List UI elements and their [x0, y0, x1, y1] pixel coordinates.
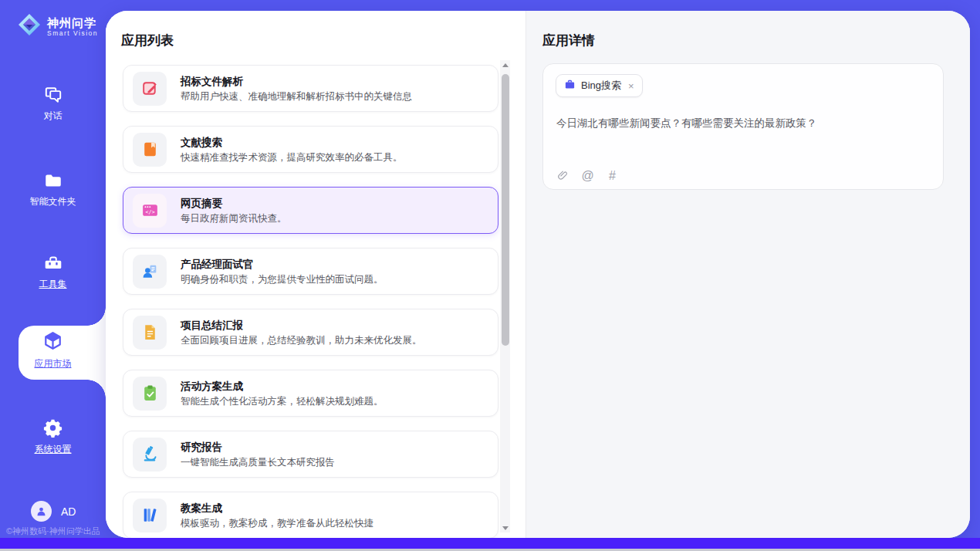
app-card-title: 网页摘要 — [181, 197, 287, 210]
app-subtitle: Smart Vision — [47, 29, 98, 37]
sidebar-item-settings[interactable]: 系统设置 — [0, 417, 106, 456]
list-scrollbar — [500, 60, 510, 532]
app-card-lesson-plan[interactable]: 教案生成 模板驱动，教案秒成，教学准备从此轻松快捷 — [123, 492, 498, 538]
scrollbar-thumb[interactable] — [502, 74, 509, 346]
app-card-literature-search[interactable]: 文献搜索 快速精准查找学术资源，提高研究效率的必备工具。 — [123, 126, 498, 173]
active-nav-fillet — [87, 307, 106, 326]
input-toolbar: @ # — [556, 169, 619, 182]
app-card-desc: 明确身份和职责，为您提供专业性的面试问题。 — [181, 274, 384, 286]
tool-chip-label: Bing搜索 — [581, 79, 621, 93]
cube-icon — [42, 340, 63, 353]
app-card-title: 研究报告 — [181, 441, 335, 454]
book-icon — [133, 133, 167, 167]
sidebar-item-label: 工具集 — [0, 278, 106, 291]
briefcase-icon — [564, 79, 576, 93]
app-list-pane: 应用列表 招标文件解析 帮助用户快速、准确地理解和解析招标书中的关键信息 — [106, 11, 525, 538]
hash-icon[interactable]: # — [606, 169, 619, 182]
user-profile[interactable]: AD — [31, 501, 76, 522]
app-card-project-summary[interactable]: 项目总结汇报 全面回顾项目进展，总结经验教训，助力未来优化发展。 — [123, 309, 498, 356]
query-text[interactable]: 今日湖北有哪些新闻要点？有哪些需要关注的最新政策？ — [556, 117, 931, 130]
app-card-pm-interviewer[interactable]: 产品经理面试官 明确身份和职责，为您提供专业性的面试问题。 — [123, 248, 498, 295]
avatar — [31, 501, 52, 522]
paperclip-icon[interactable] — [556, 169, 569, 182]
microscope-icon — [133, 438, 167, 472]
clipboard-check-icon — [133, 377, 167, 411]
app-card-web-summary[interactable]: </> 网页摘要 每日政府新闻资讯快查。 — [123, 187, 498, 234]
books-icon — [133, 499, 167, 532]
gear-icon — [0, 417, 106, 438]
logo-diamond-icon — [17, 12, 42, 40]
edit-doc-icon — [133, 72, 167, 106]
web-code-icon: </> — [133, 194, 167, 228]
sidebar-item-app-market[interactable]: 应用市场 — [0, 330, 106, 370]
app-card-title: 招标文件解析 — [181, 75, 412, 88]
sidebar-item-label: 系统设置 — [0, 443, 106, 456]
app-card-desc: 智能生成个性化活动方案，轻松解决规划难题。 — [181, 396, 384, 407]
app-card-list: 招标文件解析 帮助用户快速、准确地理解和解析招标书中的关键信息 文献搜索 快速精… — [123, 65, 498, 538]
interviewer-icon — [133, 255, 167, 289]
app-logo: 神州问学 Smart Vision — [17, 12, 98, 40]
sidebar: 神州问学 Smart Vision 对话 智能文件夹 — [0, 0, 106, 538]
scroll-up-arrow[interactable] — [500, 60, 510, 69]
folder-icon — [0, 171, 106, 191]
app-card-desc: 一键智能生成高质量长文本研究报告 — [181, 457, 335, 468]
main-panel: 应用列表 招标文件解析 帮助用户快速、准确地理解和解析招标书中的关键信息 — [106, 11, 970, 538]
app-card-desc: 每日政府新闻资讯快查。 — [181, 213, 287, 225]
app-card-event-plan[interactable]: 活动方案生成 智能生成个性化活动方案，轻松解决规划难题。 — [123, 370, 498, 417]
app-card-title: 教案生成 — [181, 502, 373, 515]
tool-chip-bing-search[interactable]: Bing搜索 × — [556, 74, 643, 97]
copyright-text: ©神州数码·神州问学出品 — [6, 526, 100, 537]
report-doc-icon — [133, 316, 167, 350]
sidebar-item-label: 智能文件夹 — [0, 195, 106, 208]
close-icon[interactable]: × — [628, 81, 634, 91]
user-name: AD — [61, 505, 76, 518]
toolbox-icon — [0, 253, 106, 273]
app-detail-pane: 应用详情 Bing搜索 × 今日湖北有哪些新闻要点？有哪些需要关注的最新政策？ — [525, 11, 970, 538]
app-title: 神州问学 — [47, 16, 98, 29]
app-card-desc: 帮助用户快速、准确地理解和解析招标书中的关键信息 — [181, 91, 412, 103]
app-card-title: 项目总结汇报 — [181, 319, 422, 332]
app-card-desc: 模板驱动，教案秒成，教学准备从此轻松快捷 — [181, 518, 373, 529]
sidebar-item-label: 应用市场 — [0, 357, 106, 370]
app-card-research-report[interactable]: 研究报告 一键智能生成高质量长文本研究报告 — [123, 431, 498, 478]
app-list-title: 应用列表 — [121, 32, 174, 49]
sidebar-item-toolset[interactable]: 工具集 — [0, 253, 106, 291]
scroll-down-arrow[interactable] — [500, 523, 510, 532]
chat-icon — [0, 85, 106, 105]
app-detail-title: 应用详情 — [542, 32, 595, 49]
query-input-area[interactable]: Bing搜索 × 今日湖北有哪些新闻要点？有哪些需要关注的最新政策？ @ # — [542, 63, 944, 190]
app-card-desc: 全面回顾项目进展，总结经验教训，助力未来优化发展。 — [181, 335, 422, 346]
mention-icon[interactable]: @ — [581, 169, 594, 182]
sidebar-item-chat[interactable]: 对话 — [0, 85, 106, 123]
app-card-title: 活动方案生成 — [181, 380, 384, 393]
bottom-frame-strip — [0, 538, 980, 549]
app-card-title: 文献搜索 — [181, 136, 403, 149]
sidebar-item-smart-folder[interactable]: 智能文件夹 — [0, 171, 106, 208]
app-card-desc: 快速精准查找学术资源，提高研究效率的必备工具。 — [181, 152, 403, 164]
sidebar-item-label: 对话 — [0, 110, 106, 123]
svg-text:</>: </> — [145, 209, 154, 215]
active-nav-fillet — [87, 380, 106, 398]
app-card-title: 产品经理面试官 — [181, 258, 384, 271]
app-card-bid-analysis[interactable]: 招标文件解析 帮助用户快速、准确地理解和解析招标书中的关键信息 — [123, 65, 498, 112]
